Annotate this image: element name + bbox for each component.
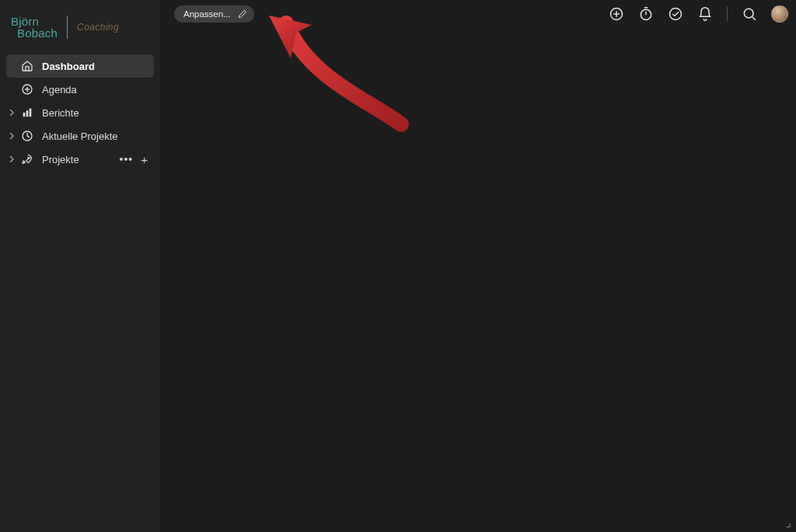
chevron-right-icon[interactable] [8, 110, 16, 116]
svg-point-9 [744, 9, 753, 18]
sidebar-item-label: Projekte [42, 154, 120, 165]
brand-suffix: Coaching [77, 22, 119, 33]
svg-rect-3 [30, 109, 32, 117]
brand-line1: Björn [11, 16, 58, 27]
sidebar: Björn Bobach Coaching Dashboard Agenda [0, 0, 160, 532]
sidebar-item-label: Aktuelle Projekte [42, 130, 148, 142]
user-avatar[interactable] [771, 5, 788, 23]
pencil-icon [237, 9, 248, 19]
clock-icon [20, 129, 34, 143]
sidebar-item-label: Berichte [42, 107, 148, 119]
brand-divider [67, 16, 68, 39]
sidebar-item-agenda[interactable]: Agenda [6, 78, 154, 101]
rocket-icon [20, 152, 34, 166]
chevron-right-icon[interactable] [8, 156, 16, 162]
sidebar-item-aktuelle-projekte[interactable]: Aktuelle Projekte [6, 124, 154, 148]
bell-button[interactable] [697, 6, 713, 22]
search-button[interactable] [742, 6, 757, 22]
main-content: Anpassen... [160, 0, 796, 532]
resize-handle-icon: ⌟ [786, 516, 791, 529]
chevron-right-icon[interactable] [8, 133, 16, 139]
plus-circle-icon [20, 82, 34, 96]
toolbar-divider [727, 7, 728, 21]
check-circle-button[interactable] [668, 6, 683, 22]
svg-rect-2 [26, 110, 29, 116]
sidebar-item-projekte[interactable]: Projekte ••• + [6, 148, 154, 171]
svg-point-8 [670, 9, 682, 20]
sidebar-nav: Dashboard Agenda Berichte [0, 48, 160, 177]
topbar: Anpassen... [160, 0, 796, 28]
customize-button[interactable]: Anpassen... [174, 5, 254, 23]
sidebar-item-trailing: ••• + [120, 153, 148, 166]
timer-button[interactable] [638, 6, 654, 22]
sidebar-item-dashboard[interactable]: Dashboard [6, 54, 154, 78]
more-icon[interactable]: ••• [120, 153, 134, 165]
topbar-right [609, 5, 788, 23]
brand-name: Björn Bobach [11, 16, 58, 39]
sidebar-item-label: Dashboard [42, 61, 148, 72]
brand-logo: Björn Bobach Coaching [0, 0, 160, 48]
add-project-button[interactable]: + [141, 153, 148, 166]
bar-chart-icon [20, 106, 34, 120]
svg-point-5 [28, 158, 30, 159]
svg-rect-1 [23, 113, 26, 116]
home-icon [20, 59, 34, 73]
sidebar-item-berichte[interactable]: Berichte [6, 101, 154, 124]
add-button[interactable] [609, 6, 624, 22]
sidebar-item-label: Agenda [42, 84, 148, 96]
customize-label: Anpassen... [183, 9, 231, 19]
brand-line2: Bobach [17, 27, 58, 39]
